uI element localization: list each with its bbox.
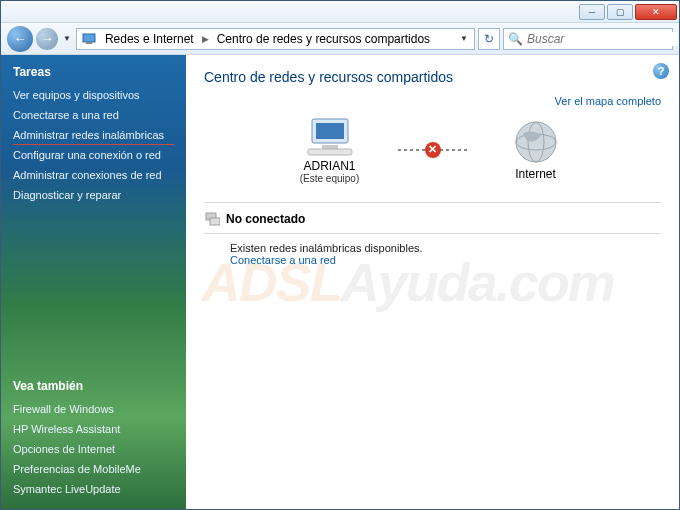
control-panel-window: ─ ▢ ✕ ← → ▼ Redes e Internet ▶ Centro de… [0, 0, 680, 510]
sidebar-seealso: Vea también Firewall de Windows HP Wirel… [13, 379, 174, 499]
status-row: No conectado [204, 211, 661, 227]
computer-icon [270, 115, 390, 157]
node-internet: Internet [476, 119, 596, 181]
seealso-hp-wireless[interactable]: HP Wireless Assistant [13, 419, 174, 439]
help-icon[interactable]: ? [653, 63, 669, 79]
network-map-diagram: ADRIAN1 (Este equipo) ✕ Internet [204, 115, 661, 184]
connect-network-link[interactable]: Conectarse a una red [230, 254, 661, 266]
separator [204, 202, 661, 203]
svg-rect-1 [86, 42, 92, 44]
seealso-internet-options[interactable]: Opciones de Internet [13, 439, 174, 459]
search-input[interactable] [527, 32, 678, 46]
sidebar-task-view-devices[interactable]: Ver equipos y dispositivos [13, 85, 174, 105]
close-button[interactable]: ✕ [635, 4, 677, 20]
breadcrumb-level1[interactable]: Redes e Internet [101, 32, 198, 46]
network-status-icon [204, 211, 220, 227]
svg-rect-4 [322, 145, 338, 149]
node-computer-sublabel: (Este equipo) [270, 173, 390, 184]
node-this-computer: ADRIAN1 (Este equipo) [270, 115, 390, 184]
search-icon: 🔍 [508, 31, 523, 47]
svg-rect-10 [210, 218, 220, 225]
history-dropdown-icon[interactable]: ▼ [61, 34, 73, 43]
sidebar-task-setup-connection[interactable]: Configurar una conexión o red [13, 145, 174, 165]
sidebar-task-diagnose[interactable]: Diagnosticar y reparar [13, 185, 174, 205]
titlebar: ─ ▢ ✕ [1, 1, 679, 23]
seealso-firewall[interactable]: Firewall de Windows [13, 399, 174, 419]
seealso-mobileme[interactable]: Preferencias de MobileMe [13, 459, 174, 479]
seealso-symantec[interactable]: Symantec LiveUpdate [13, 479, 174, 499]
svg-rect-3 [316, 123, 344, 139]
address-toolbar: ← → ▼ Redes e Internet ▶ Centro de redes… [1, 23, 679, 55]
minimize-button[interactable]: ─ [579, 4, 605, 20]
separator [204, 233, 661, 234]
globe-icon [476, 119, 596, 165]
sidebar-tasks: Tareas Ver equipos y dispositivos Conect… [13, 65, 174, 205]
breadcrumb-level2[interactable]: Centro de redes y recursos compartidos [213, 32, 434, 46]
search-box[interactable]: 🔍 [503, 28, 673, 50]
connection-line: ✕ [398, 149, 468, 151]
maximize-button[interactable]: ▢ [607, 4, 633, 20]
seealso-heading: Vea también [13, 379, 174, 393]
back-button[interactable]: ← [7, 26, 33, 52]
sidebar: Tareas Ver equipos y dispositivos Conect… [1, 55, 186, 509]
wireless-available-text: Existen redes inalámbricas disponibles. [230, 242, 661, 254]
svg-point-6 [516, 122, 556, 162]
page-title: Centro de redes y recursos compartidos [204, 69, 661, 85]
forward-button[interactable]: → [36, 28, 58, 50]
address-dropdown-icon[interactable]: ▼ [458, 34, 470, 43]
tasks-heading: Tareas [13, 65, 174, 79]
disconnected-x-icon: ✕ [425, 142, 441, 158]
connection-status: No conectado [226, 212, 305, 226]
node-internet-label: Internet [476, 167, 596, 181]
chevron-right-icon: ▶ [202, 34, 209, 44]
network-icon [81, 31, 97, 47]
address-box[interactable]: Redes e Internet ▶ Centro de redes y rec… [76, 28, 475, 50]
body: Tareas Ver equipos y dispositivos Conect… [1, 55, 679, 509]
refresh-button[interactable]: ↻ [478, 28, 500, 50]
node-computer-label: ADRIAN1 [270, 159, 390, 173]
sidebar-task-connect[interactable]: Conectarse a una red [13, 105, 174, 125]
svg-rect-0 [83, 34, 95, 42]
view-full-map-link[interactable]: Ver el mapa completo [204, 95, 661, 107]
sidebar-task-manage-wireless[interactable]: Administrar redes inalámbricas [13, 125, 174, 145]
svg-rect-5 [308, 149, 352, 155]
sidebar-task-manage-connections[interactable]: Administrar conexiones de red [13, 165, 174, 185]
main-pane: ? Centro de redes y recursos compartidos… [186, 55, 679, 509]
